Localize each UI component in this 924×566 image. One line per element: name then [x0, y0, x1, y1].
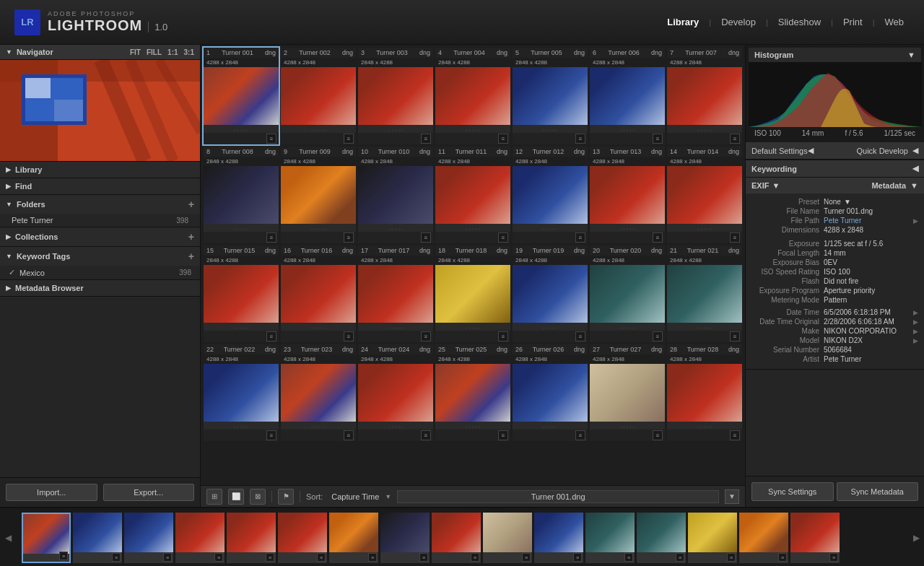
thumb-004[interactable]: 4Turner 004dng 2848 x 4288 . . . . . ≡ [435, 48, 510, 144]
exif-label: EXIF [751, 181, 769, 190]
nav-web[interactable]: Web [879, 14, 910, 30]
filmstrip-thumb[interactable]: ≡ [432, 513, 481, 563]
filmstrip-thumb[interactable]: ≡ [73, 513, 122, 563]
keyword-mexico[interactable]: ✓ Mexico 398 [0, 266, 200, 279]
thumb-014[interactable]: 14Turner 014dng 4288 x 2848 . . . . . ≡ [667, 147, 742, 243]
thumb-009[interactable]: 9Turner 009dng 2848 x 4288 . . . . . ≡ [281, 147, 356, 243]
filmstrip-thumb[interactable]: ≡ [380, 513, 430, 563]
thumb-007[interactable]: 7Turner 007dng 4288 x 2848 . . . . . ≡ [667, 48, 742, 144]
thumb-020[interactable]: 20Turner 020dng 4288 x 2848 . . . . . ≡ [590, 245, 665, 342]
folder-pete-turner[interactable]: Pete Turner 398 [0, 214, 200, 227]
zoom-1-1[interactable]: 1:1 [167, 48, 178, 56]
thumb-011[interactable]: 11Turner 011dng 4288 x 2848 . . . . . ≡ [435, 147, 510, 243]
thumb-021[interactable]: 21Turner 021dng 2848 x 4288 . . . . . ≡ [667, 245, 742, 342]
filmstrip-thumb[interactable]: ≡ [637, 513, 686, 563]
preset-value[interactable]: None ▼ [824, 198, 918, 206]
nav-slideshow[interactable]: Slideshow [772, 14, 827, 30]
quick-develop-header[interactable]: Default Settings ◀ Quick Develop ◀ [746, 142, 924, 160]
file-path-value[interactable]: Pete Turner [824, 217, 910, 225]
thumb-013[interactable]: 13Turner 013dng 4288 x 2848 . . . . . ≡ [590, 147, 665, 243]
filmstrip-thumb[interactable]: ≡ [483, 513, 532, 563]
find-header[interactable]: ▶ Find [0, 178, 200, 194]
thumb-028[interactable]: 28Turner 028dng 4288 x 2848 . . . . . ≡ [667, 344, 742, 441]
zoom-fit[interactable]: FIT [130, 48, 141, 56]
thumb-015[interactable]: 15Turner 015dng 2848 x 4288 . . . . . ≡ [204, 245, 279, 342]
library-header[interactable]: ▶ Library [0, 162, 200, 178]
flag-btn[interactable]: ⚑ [278, 489, 294, 505]
filmstrip-thumb[interactable]: ≡ [688, 513, 737, 563]
filmstrip-left-btn[interactable]: ◀ [0, 533, 16, 543]
thumb-008[interactable]: 8Turner 008dng 2848 x 4288 . . . . . ≡ [204, 147, 279, 243]
filmstrip-thumb[interactable]: ≡ [329, 513, 378, 563]
keyword-tags-header[interactable]: ▼ Keyword Tags + [0, 247, 200, 266]
filmstrip-thumb[interactable]: ≡ [534, 513, 583, 563]
toolbar-end-btn[interactable]: ▼ [725, 489, 739, 504]
metadata-header[interactable]: EXIF ▼ Metadata ▼ [746, 178, 924, 193]
filmstrip-thumb[interactable]: ≡ [585, 513, 635, 563]
thumb-image [590, 364, 665, 422]
thumb-003[interactable]: 3Turner 003dng 2848 x 4288 . . . . . ≡ [358, 48, 433, 144]
thumb-025[interactable]: 25Turner 025dng 2848 x 4288 . . . . . ≡ [435, 344, 510, 441]
toolbar-sep [271, 491, 272, 502]
thumb-005[interactable]: 5Turner 005dng 2848 x 4288 . . . . . ≡ [513, 48, 588, 144]
thumb-010[interactable]: 10Turner 010dng 4288 x 2848 . . . . . ≡ [358, 147, 433, 243]
folders-header[interactable]: ▼ Folders + [0, 195, 200, 214]
filmstrip-thumb[interactable]: ≡ [278, 513, 327, 563]
filmstrip-right-btn[interactable]: ▶ [908, 533, 924, 543]
sync-settings-button[interactable]: Sync Settings [751, 482, 834, 501]
filmstrip-thumb[interactable]: ≡ [124, 513, 173, 563]
collections-add-btn[interactable]: + [188, 231, 194, 243]
keyword-add-btn[interactable]: + [188, 251, 194, 262]
dimensions-label: Dimensions [751, 226, 824, 234]
folders-add-btn[interactable]: + [188, 199, 194, 210]
import-button[interactable]: Import... [6, 484, 97, 501]
make-value: NIKON CORPORATIO [824, 327, 910, 335]
metadata-browser-header[interactable]: ▶ Metadata Browser [0, 280, 200, 296]
keyword-name: Mexico [19, 269, 179, 277]
thumb-016[interactable]: 16Turner 016dng 4288 x 2848 . . . . . ≡ [281, 245, 356, 342]
thumb-026[interactable]: 26Turner 026dng 4288 x 2848 . . . . . ≡ [513, 344, 588, 441]
thumb-027[interactable]: 27Turner 027dng 4288 x 2848 . . . . . ≡ [590, 344, 665, 441]
nav-library[interactable]: Library [661, 14, 705, 30]
filmstrip-badge: ≡ [59, 552, 68, 560]
thumb-017[interactable]: 17Turner 017dng 4288 x 2848 . . . . . ≡ [358, 245, 433, 342]
sort-value[interactable]: Capture Time [331, 492, 379, 501]
zoom-3-1[interactable]: 3:1 [184, 48, 194, 56]
grid-row: 8Turner 008dng 2848 x 4288 . . . . . ≡ 9… [204, 147, 742, 243]
exif-arrow-icon[interactable]: ▼ [772, 181, 780, 190]
keywording-header[interactable]: Keywording ◀ [746, 160, 924, 177]
thumb-012[interactable]: 12Turner 012dng 4288 x 2848 . . . . . ≡ [513, 147, 588, 243]
histogram-header[interactable]: Histogram ▼ [749, 48, 921, 62]
thumb-image [435, 364, 510, 422]
zoom-fill[interactable]: FILL [147, 48, 162, 56]
nav-print[interactable]: Print [837, 14, 868, 30]
iso-row: ISO Speed Rating ISO 100 [751, 268, 918, 276]
export-button[interactable]: Export... [103, 484, 195, 501]
grid-view-btn[interactable]: ⊞ [206, 489, 222, 505]
thumb-022[interactable]: 22Turner 022dng 4288 x 2848 . . . . . ≡ [204, 344, 279, 441]
grid-scroll[interactable]: 1 Turner 001 dng 4288 x 2848 . . . . . ≡ [201, 45, 745, 485]
thumb-image [667, 265, 742, 323]
nav-develop[interactable]: Develop [715, 14, 762, 30]
filmstrip-thumb[interactable]: ≡ [227, 513, 276, 563]
thumb-024[interactable]: 24Turner 024dng 2848 x 4288 . . . . . ≡ [358, 344, 433, 441]
thumb-001[interactable]: 1 Turner 001 dng 4288 x 2848 . . . . . ≡ [204, 48, 279, 144]
thumb-019[interactable]: 19Turner 019dng 2848 x 4288 . . . . . ≡ [513, 245, 588, 342]
filmstrip-thumb[interactable]: ≡ [790, 513, 840, 563]
exposure-bias-row: Exposure Bias 0EV [751, 258, 918, 266]
metadata-browser-label: Metadata Browser [15, 284, 84, 292]
navigator-header[interactable]: ▼ Navigator FIT FILL 1:1 3:1 [0, 45, 200, 60]
thumb-018[interactable]: 18Turner 018dng 2848 x 4288 . . . . . ≡ [435, 245, 510, 342]
filmstrip-thumb[interactable]: ≡ [175, 513, 225, 563]
filmstrip-thumb[interactable]: ≡ [739, 513, 788, 563]
filmstrip-thumb[interactable]: ≡ [22, 513, 71, 563]
filmstrip-badge: ≡ [163, 553, 172, 562]
thumb-006[interactable]: 6Turner 006dng 4288 x 2848 . . . . . ≡ [590, 48, 665, 144]
zoom-options: FIT FILL 1:1 3:1 [130, 48, 194, 56]
thumb-023[interactable]: 23Turner 023dng 4288 x 2848 . . . . . ≡ [281, 344, 356, 441]
collections-header[interactable]: ▶ Collections + [0, 227, 200, 246]
thumb-002[interactable]: 2Turner 002dng 4288 x 2848 . . . . . ≡ [281, 48, 356, 144]
sync-metadata-button[interactable]: Sync Metadata [837, 482, 919, 501]
compare-view-btn[interactable]: ⊠ [250, 489, 266, 505]
loupe-view-btn[interactable]: ⬜ [228, 489, 244, 505]
